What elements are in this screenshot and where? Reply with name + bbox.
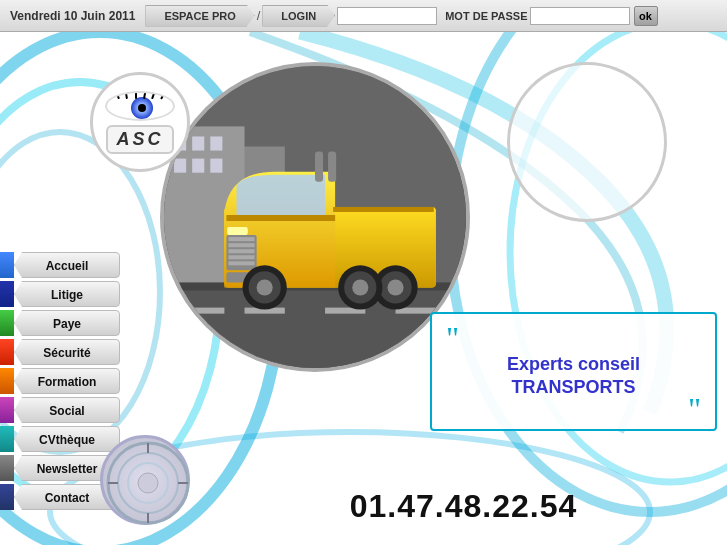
sidebar-bar-securite bbox=[0, 339, 14, 365]
sidebar-bar-litige bbox=[0, 281, 14, 307]
info-text: Experts conseil TRANSPORTS bbox=[446, 353, 701, 400]
sidebar-bar-contact bbox=[0, 484, 14, 510]
sidebar-item-accueil[interactable]: Accueil bbox=[0, 252, 120, 278]
eye-pupil bbox=[138, 104, 146, 112]
sidebar-bar-accueil bbox=[0, 252, 14, 278]
ok-button[interactable]: ok bbox=[634, 6, 658, 26]
sidebar-item-securite[interactable]: Sécurité bbox=[0, 339, 120, 365]
svg-rect-15 bbox=[164, 287, 466, 368]
login-button[interactable]: LOGIN bbox=[262, 5, 335, 27]
sidebar-btn-accueil[interactable]: Accueil bbox=[14, 252, 120, 278]
svg-rect-23 bbox=[226, 215, 335, 221]
header: Vendredi 10 Juin 2011 ESPACE PRO / LOGIN… bbox=[0, 0, 727, 32]
date-label: Vendredi 10 Juin 2011 bbox=[0, 9, 145, 23]
password-input[interactable] bbox=[530, 7, 630, 25]
sidebar-item-formation[interactable]: Formation bbox=[0, 368, 120, 394]
svg-rect-26 bbox=[228, 243, 254, 247]
svg-rect-43 bbox=[315, 152, 323, 182]
svg-rect-44 bbox=[328, 152, 336, 182]
svg-rect-28 bbox=[228, 255, 254, 259]
svg-point-48 bbox=[138, 473, 158, 493]
svg-rect-31 bbox=[227, 227, 247, 235]
svg-rect-42 bbox=[333, 207, 434, 212]
svg-rect-13 bbox=[192, 159, 204, 173]
login-input[interactable] bbox=[337, 7, 437, 25]
bottom-left-decorative-circle bbox=[100, 435, 190, 525]
eye-iris bbox=[131, 97, 153, 119]
sidebar-item-cvtheque[interactable]: CVthèque bbox=[0, 426, 120, 452]
quote-close: " bbox=[688, 400, 701, 419]
svg-rect-29 bbox=[228, 261, 254, 265]
sidebar-item-paye[interactable]: Paye bbox=[0, 310, 120, 336]
right-decorative-circle bbox=[507, 62, 667, 222]
sidebar-bar-formation bbox=[0, 368, 14, 394]
info-line1: Experts conseil bbox=[446, 353, 701, 376]
sidebar-bar-social bbox=[0, 397, 14, 423]
eye-shape bbox=[105, 91, 175, 121]
main-content: ASC bbox=[0, 32, 727, 545]
svg-rect-17 bbox=[184, 308, 224, 314]
truck-circle bbox=[160, 62, 470, 372]
svg-rect-14 bbox=[210, 159, 222, 173]
svg-point-38 bbox=[387, 279, 403, 295]
motdepasse-label: MOT DE PASSE bbox=[445, 10, 527, 22]
svg-rect-25 bbox=[228, 237, 254, 241]
svg-rect-27 bbox=[228, 249, 254, 253]
sidebar-bar-paye bbox=[0, 310, 14, 336]
svg-point-35 bbox=[257, 279, 273, 295]
sidebar-bar-cvtheque bbox=[0, 426, 14, 452]
svg-rect-11 bbox=[210, 136, 222, 150]
sidebar-bar-newsletter bbox=[0, 455, 14, 481]
svg-point-41 bbox=[352, 279, 368, 295]
sidebar-item-social[interactable]: Social bbox=[0, 397, 120, 423]
sidebar-btn-litige[interactable]: Litige bbox=[14, 281, 120, 307]
phone-number: 01.47.48.22.54 bbox=[200, 488, 727, 525]
logo-circle: ASC bbox=[90, 72, 190, 172]
truck-svg-container bbox=[164, 66, 466, 368]
quote-open: " bbox=[446, 324, 701, 353]
sidebar-btn-social[interactable]: Social bbox=[14, 397, 120, 423]
sidebar-btn-paye[interactable]: Paye bbox=[14, 310, 120, 336]
sidebar-btn-securite[interactable]: Sécurité bbox=[14, 339, 120, 365]
eyelashes bbox=[107, 91, 173, 99]
logo-text: ASC bbox=[116, 129, 163, 149]
info-box: " Experts conseil TRANSPORTS " bbox=[430, 312, 717, 431]
nav-bar: ESPACE PRO / LOGIN MOT DE PASSE ok bbox=[145, 5, 727, 27]
svg-rect-12 bbox=[174, 159, 186, 173]
svg-rect-10 bbox=[192, 136, 204, 150]
info-line2: TRANSPORTS bbox=[446, 376, 701, 399]
espace-pro-button[interactable]: ESPACE PRO bbox=[145, 5, 254, 27]
sidebar-btn-formation[interactable]: Formation bbox=[14, 368, 120, 394]
sidebar-item-litige[interactable]: Litige bbox=[0, 281, 120, 307]
